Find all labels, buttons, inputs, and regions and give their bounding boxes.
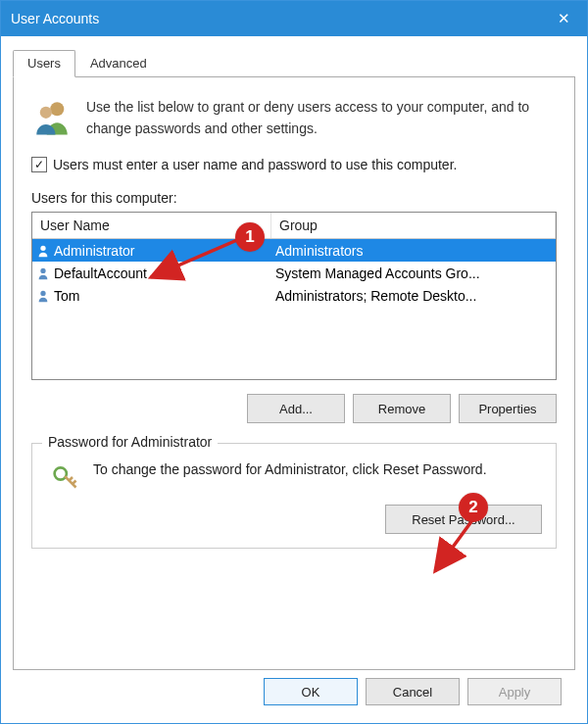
close-button[interactable]: ✕ — [540, 1, 587, 36]
window-body: Users Advanced Use the list below to gra… — [1, 36, 587, 723]
require-password-checkbox[interactable]: ✓ — [31, 157, 47, 172]
svg-point-4 — [40, 291, 45, 296]
table-row[interactable]: Tom Administrators; Remote Deskto... — [32, 284, 556, 307]
password-groupbox-legend: Password for Administrator — [42, 434, 218, 450]
users-list[interactable]: User Name Group Administrator Administra… — [31, 212, 557, 380]
ok-button[interactable]: OK — [264, 678, 358, 705]
svg-point-2 — [40, 246, 45, 251]
table-row[interactable]: DefaultAccount System Managed Accounts G… — [32, 262, 556, 284]
table-row[interactable]: Administrator Administrators — [32, 239, 556, 262]
close-icon: ✕ — [558, 10, 570, 27]
users-icon — [31, 97, 73, 138]
require-password-label: Users must enter a user name and passwor… — [53, 157, 457, 172]
intro-text: Use the list below to grant or deny user… — [86, 97, 557, 139]
add-button[interactable]: Add... — [247, 394, 345, 423]
column-header-group[interactable]: Group — [271, 213, 556, 238]
user-accounts-window: User Accounts ✕ Users Advanced Use the l — [0, 0, 588, 724]
svg-point-0 — [50, 102, 64, 116]
user-icon — [36, 244, 50, 258]
users-list-label: Users for this computer: — [31, 190, 557, 206]
cell-username: DefaultAccount — [54, 265, 147, 281]
user-icon — [36, 266, 50, 280]
reset-password-button[interactable]: Reset Password... — [385, 505, 542, 534]
users-list-header: User Name Group — [32, 213, 556, 239]
column-header-username[interactable]: User Name — [32, 213, 271, 238]
tab-users[interactable]: Users — [13, 50, 75, 77]
cell-group: System Managed Accounts Gro... — [271, 265, 556, 281]
cell-username: Tom — [54, 288, 79, 304]
cell-group: Administrators — [271, 243, 556, 259]
svg-point-3 — [40, 268, 45, 273]
dialog-footer: OK Cancel Apply — [13, 670, 575, 717]
users-list-buttons: Add... Remove Properties — [31, 394, 557, 423]
cancel-button[interactable]: Cancel — [366, 678, 460, 705]
cell-username: Administrator — [54, 243, 134, 259]
users-list-body: Administrator Administrators DefaultAcco… — [32, 239, 556, 379]
apply-button[interactable]: Apply — [467, 678, 562, 705]
tab-strip: Users Advanced — [13, 50, 575, 77]
password-groupbox-text: To change the password for Administrator… — [93, 459, 542, 491]
password-groupbox: Password for Administrator To change the… — [31, 443, 557, 549]
tab-content-users: Use the list below to grant or deny user… — [13, 77, 575, 670]
cell-group: Administrators; Remote Deskto... — [271, 288, 556, 304]
require-password-row: ✓ Users must enter a user name and passw… — [31, 157, 557, 172]
remove-button[interactable]: Remove — [353, 394, 451, 423]
window-title: User Accounts — [11, 11, 99, 26]
key-icon — [52, 463, 79, 491]
svg-point-1 — [40, 107, 52, 119]
titlebar: User Accounts ✕ — [1, 1, 587, 36]
tab-advanced[interactable]: Advanced — [75, 50, 162, 77]
properties-button[interactable]: Properties — [459, 394, 557, 423]
intro-row: Use the list below to grant or deny user… — [31, 97, 557, 139]
user-icon — [36, 289, 50, 303]
